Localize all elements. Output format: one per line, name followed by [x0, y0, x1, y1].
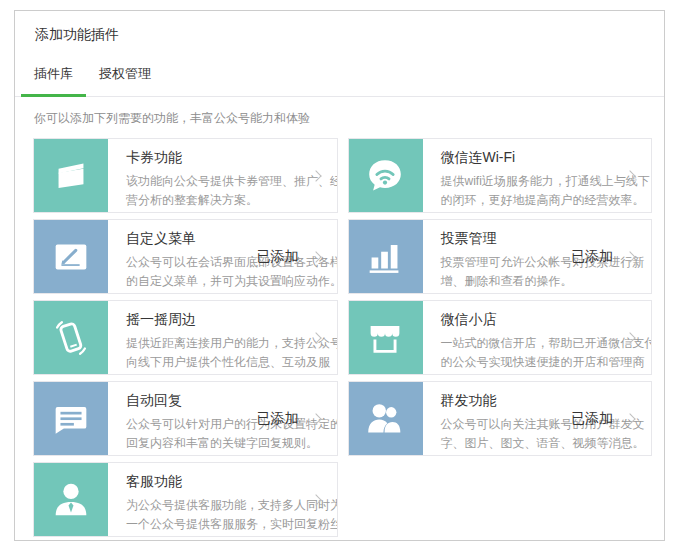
- plugin-card[interactable]: 卡券功能 该功能向公众号提供卡券管理、推广、经营分析的整套解决方案。: [33, 138, 338, 213]
- plugin-desc: 公众号可以向关注其账号的用户群发文字、图片、图文、语音、视频等消息。: [441, 415, 653, 453]
- group-icon: [348, 381, 423, 456]
- card-coupon-icon: [33, 138, 108, 213]
- plugin-title: 微信连Wi-Fi: [441, 149, 653, 167]
- shop-icon: [348, 300, 423, 375]
- added-badge: 已添加: [257, 248, 299, 266]
- plugin-desc: 提供wifi近场服务能力，打通线上与线下的闭环，更好地提高商户的经营效率。: [441, 172, 653, 210]
- plugin-card[interactable]: 自动回复 公众号可以针对用户的行为来设置特定的回复内容和丰富的关键字回复规则。 …: [33, 381, 338, 456]
- plugin-card[interactable]: 微信小店 一站式的微信开店，帮助已开通微信支付的公众号实现快速便捷的开店和管理商…: [348, 300, 653, 375]
- plugin-desc: 公众号可以在会话界面底部设置各式各样的自定义菜单，并可为其设置响应动作。: [126, 253, 338, 291]
- tab-auth-management[interactable]: 授权管理: [86, 57, 164, 97]
- shake-phone-icon: [33, 300, 108, 375]
- added-badge: 已添加: [257, 410, 299, 428]
- added-badge: 已添加: [571, 248, 613, 266]
- plugin-title: 微信小店: [441, 311, 653, 329]
- plugin-card[interactable]: 群发功能 公众号可以向关注其账号的用户群发文字、图片、图文、语音、视频等消息。 …: [348, 381, 653, 456]
- plugin-card[interactable]: 微信连Wi-Fi 提供wifi近场服务能力，打通线上与线下的闭环，更好地提高商户…: [348, 138, 653, 213]
- bar-chart-icon: [348, 219, 423, 294]
- plugin-desc: 为公众号提供客服功能，支持多人同时为一个公众号提供客服服务，实时回复粉丝咨询。: [126, 496, 338, 537]
- intro-text: 你可以添加下列需要的功能，丰富公众号能力和体验: [34, 110, 652, 127]
- plugin-desc: 公众号可以针对用户的行为来设置特定的回复内容和丰富的关键字回复规则。: [126, 415, 338, 453]
- plugin-title: 群发功能: [441, 392, 653, 410]
- pencil-icon: [33, 219, 108, 294]
- page-title: 添加功能插件: [15, 11, 664, 44]
- added-badge: 已添加: [571, 410, 613, 428]
- person-icon: [33, 462, 108, 537]
- plugin-desc: 该功能向公众号提供卡券管理、推广、经营分析的整套解决方案。: [126, 172, 338, 210]
- tab-bar: 插件库 授权管理: [15, 57, 664, 97]
- plugin-title: 投票管理: [441, 230, 653, 248]
- plugin-card[interactable]: 自定义菜单 公众号可以在会话界面底部设置各式各样的自定义菜单，并可为其设置响应动…: [33, 219, 338, 294]
- plugin-title: 自动回复: [126, 392, 338, 410]
- auto-reply-icon: [33, 381, 108, 456]
- plugin-desc: 投票管理可允许公众帐号对投票进行新增、删除和查看的操作。: [441, 253, 653, 291]
- plugin-content: 你可以添加下列需要的功能，丰富公众号能力和体验 卡券功能 该功能向公众号提供卡券…: [15, 97, 664, 537]
- plugin-desc: 一站式的微信开店，帮助已开通微信支付的公众号实现快速便捷的开店和管理商品。: [441, 334, 653, 375]
- wifi-bubble-icon: [348, 138, 423, 213]
- plugin-desc: 提供近距离连接用户的能力，支持公众号向线下用户提供个性化信息、互动及服务。: [126, 334, 338, 375]
- plugin-card[interactable]: 摇一摇周边 提供近距离连接用户的能力，支持公众号向线下用户提供个性化信息、互动及…: [33, 300, 338, 375]
- tab-plugin-library[interactable]: 插件库: [21, 57, 86, 97]
- plugin-title: 摇一摇周边: [126, 311, 338, 329]
- plugin-panel: 添加功能插件 插件库 授权管理 你可以添加下列需要的功能，丰富公众号能力和体验 …: [14, 10, 665, 541]
- plugin-title: 卡券功能: [126, 149, 338, 167]
- plugin-card[interactable]: 客服功能 为公众号提供客服功能，支持多人同时为一个公众号提供客服服务，实时回复粉…: [33, 462, 338, 537]
- plugin-title: 客服功能: [126, 473, 338, 491]
- plugin-card[interactable]: 投票管理 投票管理可允许公众帐号对投票进行新增、删除和查看的操作。 已添加: [348, 219, 653, 294]
- plugin-title: 自定义菜单: [126, 230, 338, 248]
- plugin-grid: 卡券功能 该功能向公众号提供卡券管理、推广、经营分析的整套解决方案。 微信连Wi…: [33, 138, 652, 537]
